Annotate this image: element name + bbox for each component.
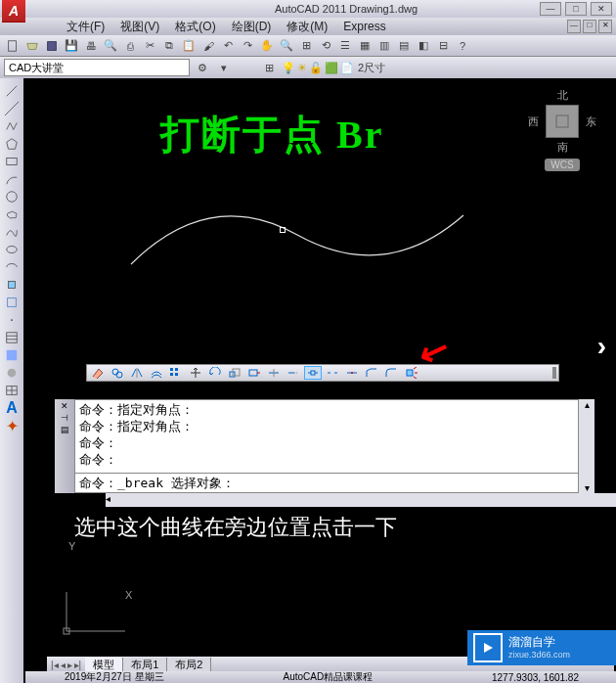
maximize-button[interactable]: □ [565, 2, 587, 16]
paste-icon[interactable]: 📋 [180, 37, 198, 55]
pan-icon[interactable]: ✋ [258, 37, 276, 55]
join-icon[interactable] [343, 366, 361, 380]
zoom-window-icon[interactable]: ⊞ [297, 37, 315, 55]
wcs-badge[interactable]: WCS [545, 159, 579, 171]
redo-icon[interactable]: ↷ [239, 37, 256, 55]
array-icon[interactable] [167, 366, 185, 380]
rectangle-icon[interactable] [3, 153, 21, 170]
cmd-close-icon[interactable]: ✕ [61, 401, 68, 411]
menu-draw[interactable]: 绘图(D) [224, 19, 280, 35]
layer-dropdown[interactable]: CAD大讲堂 [4, 59, 190, 76]
cut-icon[interactable]: ✂ [141, 37, 158, 55]
tab-first-icon[interactable]: |◂ [51, 660, 59, 670]
publish-icon[interactable]: ⎙ [121, 37, 139, 55]
region-icon[interactable] [3, 364, 21, 382]
move-icon[interactable] [187, 366, 204, 380]
menu-view[interactable]: 视图(V) [112, 19, 167, 35]
viewcube-west[interactable]: 西 [528, 114, 539, 129]
viewcube-top[interactable] [546, 105, 579, 138]
markup-icon[interactable]: ◧ [415, 37, 432, 55]
calc-icon[interactable]: ⊟ [434, 37, 452, 55]
viewcube-east[interactable]: 东 [586, 114, 596, 129]
xline-icon[interactable] [3, 100, 21, 117]
layer-props-icon[interactable]: ⚙ [194, 59, 211, 76]
viewcube[interactable]: 北 西 东 南 WCS [528, 88, 596, 171]
preview-icon[interactable]: 🔍 [102, 37, 119, 55]
spline-curve[interactable] [121, 196, 473, 274]
break-at-point-icon[interactable] [304, 366, 322, 380]
open-icon[interactable] [23, 37, 41, 55]
rotate-icon[interactable] [206, 366, 224, 380]
command-history[interactable]: 命令：指定对角点： 命令：指定对角点： 命令： 命令： [75, 400, 578, 473]
properties-icon[interactable]: ☰ [336, 37, 354, 55]
plot-icon[interactable]: 🖶 [82, 37, 100, 55]
revcloud-icon[interactable] [3, 205, 21, 223]
mtext-icon[interactable]: A [3, 399, 21, 417]
trim-icon[interactable] [265, 366, 283, 380]
tab-last-icon[interactable]: ▸| [74, 660, 82, 670]
spline-icon[interactable] [3, 223, 21, 241]
fillet-icon[interactable] [382, 366, 400, 380]
ref-icon[interactable]: ⊞ [260, 59, 278, 76]
command-vscroll[interactable]: ▴▾ [579, 399, 594, 493]
cmd-recent-icon[interactable]: ▤ [61, 425, 69, 434]
tool-palette-icon[interactable]: ▥ [375, 37, 393, 55]
command-hscroll[interactable]: ◂▸ [106, 493, 616, 507]
offset-icon[interactable] [148, 366, 165, 380]
sheet-icon[interactable]: ▤ [395, 37, 413, 55]
zoom-icon[interactable]: 🔍 [278, 37, 295, 55]
app-icon[interactable]: A [2, 0, 25, 23]
viewcube-north[interactable]: 北 [528, 88, 596, 103]
cmd-pin-icon[interactable]: ⊣ [61, 413, 68, 423]
menu-format[interactable]: 格式(O) [167, 19, 223, 35]
scale-icon[interactable] [226, 366, 243, 380]
close-button[interactable]: ✕ [591, 2, 612, 16]
arc-icon[interactable] [3, 170, 21, 188]
copy-icon[interactable]: ⧉ [160, 37, 178, 55]
line-icon[interactable] [3, 82, 21, 100]
table-icon[interactable] [3, 382, 21, 399]
block-icon[interactable] [3, 294, 21, 311]
doc-minimize[interactable]: — [567, 20, 581, 33]
minimize-button[interactable]: — [540, 2, 561, 16]
new-icon[interactable] [4, 37, 22, 55]
toolbar-close-icon[interactable] [552, 367, 556, 379]
command-input[interactable]: 命令：_break 选择对象： [75, 473, 578, 492]
saveas-icon[interactable]: 💾 [63, 37, 80, 55]
tab-layout2[interactable]: 布局2 [167, 658, 211, 672]
point-icon[interactable]: · [3, 311, 21, 329]
next-chevron-icon[interactable]: › [597, 331, 606, 362]
polygon-icon[interactable] [3, 135, 21, 153]
menu-express[interactable]: Express [335, 20, 393, 33]
insert-icon[interactable] [3, 276, 21, 294]
circle-icon[interactable] [3, 188, 21, 205]
tab-next-icon[interactable]: ▸ [67, 660, 72, 670]
addselected-icon[interactable]: ✦ [3, 417, 21, 434]
erase-icon[interactable] [89, 366, 107, 380]
hatch-icon[interactable] [3, 329, 21, 346]
tab-prev-icon[interactable]: ◂ [61, 660, 66, 670]
break-icon[interactable] [324, 366, 341, 380]
doc-maximize[interactable]: □ [583, 20, 596, 33]
menu-file[interactable]: 文件(F) [59, 19, 112, 35]
design-center-icon[interactable]: ▦ [356, 37, 374, 55]
stretch-icon[interactable] [245, 366, 263, 380]
help-icon[interactable]: ? [454, 37, 471, 55]
ellipse-icon[interactable] [3, 241, 21, 258]
chamfer-icon[interactable] [363, 366, 380, 380]
copy-obj-icon[interactable] [109, 366, 126, 380]
gradient-icon[interactable] [3, 346, 21, 364]
save-icon[interactable] [43, 37, 61, 55]
ellipse-arc-icon[interactable] [3, 258, 21, 276]
explode-icon[interactable] [402, 366, 419, 380]
undo-icon[interactable]: ↶ [219, 37, 237, 55]
layer-filter-icon[interactable]: ▾ [215, 59, 233, 76]
extend-icon[interactable] [285, 366, 302, 380]
doc-close[interactable]: ✕ [598, 20, 612, 33]
zoom-prev-icon[interactable]: ⟲ [317, 37, 334, 55]
pline-icon[interactable] [3, 117, 21, 135]
viewcube-south[interactable]: 南 [528, 140, 596, 155]
match-icon[interactable]: 🖌 [199, 37, 217, 55]
drawing-canvas[interactable]: 打断于点 Br 北 西 东 南 WCS ↙ [23, 78, 616, 683]
menu-modify[interactable]: 修改(M) [279, 19, 335, 35]
